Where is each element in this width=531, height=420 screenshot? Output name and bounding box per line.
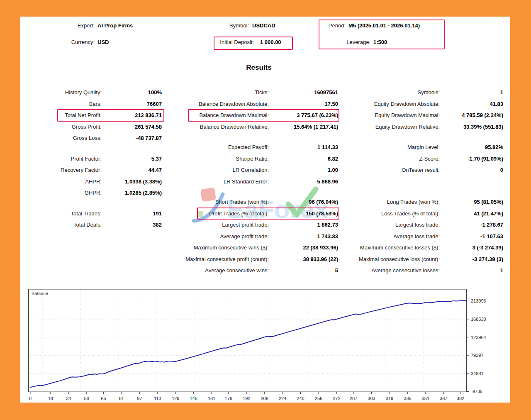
- x-axis-label: 224: [279, 396, 286, 401]
- stat-value: 212 836.71: [102, 112, 162, 118]
- stat-row: [344, 176, 503, 188]
- stat-label: Maximal consecutive profit (count):: [174, 256, 269, 262]
- x-axis-label: 272: [333, 396, 340, 401]
- x-axis-label: 65: [101, 396, 106, 401]
- stat-row: Profit Factor:5.37: [58, 153, 162, 165]
- stat-label: Equity Drawdown Absolute:: [344, 101, 440, 107]
- stat-row: Equity Drawdown Maximal:4 785.59 (2.24%): [344, 110, 503, 121]
- stat-row: Ticks:16097561: [174, 87, 338, 98]
- stat-label: Average loss trade:: [344, 233, 440, 239]
- stat-row: Average loss trade:-1 107.63: [344, 231, 503, 242]
- x-axis-label: 97: [137, 396, 142, 401]
- x-axis-label: 303: [368, 396, 375, 401]
- stat-value: 96 (76.04%): [269, 199, 338, 205]
- stat-row: Maximal consecutive loss (count):-3 274.…: [344, 254, 503, 265]
- x-axis-label: 0: [29, 396, 32, 401]
- stat-value: 1 114.33: [269, 144, 338, 150]
- stat-label: Average consecutive losses:: [344, 267, 440, 273]
- stat-value: 41 (21.47%): [440, 210, 503, 217]
- x-axis-label: 319: [386, 396, 393, 401]
- stats-column-right: Symbols:1Equity Drawdown Absolute:41.83E…: [344, 87, 503, 286]
- expert-value: AI Prop Firms: [97, 22, 133, 29]
- stat-label: Long Trades (won %):: [344, 199, 440, 205]
- stat-label: LR Correlation:: [174, 167, 269, 173]
- stat-value: 191: [102, 210, 162, 217]
- stat-value: 76607: [102, 101, 162, 107]
- stat-label: LR Standard Error:: [174, 178, 269, 185]
- leverage-value: 1:500: [373, 39, 387, 46]
- x-axis-label: 113: [154, 396, 161, 401]
- stat-label: Sharpe Ratio:: [174, 156, 269, 162]
- x-axis-label: 240: [297, 396, 304, 401]
- x-axis-label: 145: [190, 396, 197, 401]
- stat-row: AHPR:1.0338 (3.38%): [58, 176, 162, 188]
- stat-label: Profit Trades (% of total):: [174, 210, 269, 217]
- balance-chart: 2130961685301239647939734831-97350183450…: [28, 289, 509, 403]
- stat-row: Maximum consecutive wins ($):22 (38 933.…: [174, 242, 338, 254]
- stat-label: Margin Level:: [344, 144, 440, 150]
- stat-row: Sharpe Ratio:6.82: [174, 153, 338, 165]
- y-axis-label: 123964: [471, 335, 486, 340]
- stat-label: Balance Drawdown Maximal:: [174, 112, 269, 118]
- x-axis-label: 192: [243, 396, 250, 401]
- stat-label: Largest loss trade:: [344, 222, 440, 228]
- stat-value: -48 737.87: [102, 135, 162, 141]
- stat-value: 22 (38 933.96): [269, 244, 338, 251]
- stat-label: Total Trades:: [58, 210, 102, 217]
- y-axis-label: 168530: [471, 317, 486, 322]
- stat-value: -1 107.63: [440, 233, 503, 239]
- stat-row: Loss Trades (% of total):41 (21.47%): [344, 208, 503, 220]
- x-axis-label: 34: [66, 396, 71, 401]
- stat-row: Profit Trades (% of total):150 (78.53%): [174, 208, 338, 220]
- stat-value: 1.0285 (2.85%): [102, 190, 162, 196]
- stat-row: Balance Drawdown Absolute:17.50: [174, 98, 338, 110]
- stat-value: 100%: [102, 89, 162, 95]
- stat-row: Symbols:1: [344, 87, 503, 98]
- stat-label: Average profit trade:: [174, 233, 269, 239]
- stat-row: Gross Loss:-48 737.87: [58, 132, 162, 144]
- stat-label: Total Deals:: [58, 222, 102, 228]
- currency-label: Currency:: [53, 39, 95, 46]
- stat-row: Long Trades (won %):95 (81.05%): [344, 196, 503, 208]
- stat-label: Gross Loss:: [58, 135, 102, 141]
- stat-value: 0: [440, 167, 503, 173]
- symbol-value: USDCAD: [252, 22, 275, 29]
- x-axis-label: 176: [225, 396, 232, 401]
- stat-label: Equity Drawdown Relative:: [344, 124, 440, 130]
- stat-value: 95 (81.05%): [440, 199, 503, 205]
- stat-row: Total Deals:382: [58, 219, 162, 231]
- stat-label: GHPR:: [58, 190, 102, 196]
- stat-value: 382: [102, 222, 162, 228]
- stat-value: 5: [269, 267, 338, 273]
- stats-column-left: History Quality:100%Bars:76607Total Net …: [58, 87, 162, 240]
- stat-value: 33.39% (551.83): [440, 124, 503, 130]
- stat-row: Maximum consecutive losses ($):3 (-3 274…: [344, 242, 503, 254]
- x-axis-label: 208: [261, 396, 268, 401]
- stat-label: OnTester result:: [344, 167, 440, 173]
- stat-value: -1.70 (91.09%): [440, 156, 503, 162]
- stat-value: 3 775.67 (6.23%): [269, 112, 338, 118]
- balance-legend-label: Balance: [32, 291, 48, 296]
- y-axis-label: 34831: [471, 371, 484, 376]
- report-panel: Expert: AI Prop Firms Symbol: USDCAD Per…: [20, 17, 510, 403]
- stat-value: 4 785.59 (2.24%): [440, 112, 503, 118]
- x-axis-label: 81: [119, 396, 124, 401]
- stat-row: Total Net Profit:212 836.71: [58, 110, 162, 121]
- stat-value: 15.64% (1 217.41): [269, 124, 338, 130]
- balance-line: [30, 301, 467, 387]
- stat-label: Balance Drawdown Relative:: [174, 124, 269, 130]
- stat-row: Equity Drawdown Relative:33.39% (551.83): [344, 121, 503, 133]
- stat-label: Short Trades (won %):: [174, 199, 269, 205]
- x-axis-label: 367: [440, 396, 447, 401]
- stat-label: Total Net Profit:: [58, 112, 102, 118]
- expert-label: Expert:: [53, 22, 95, 29]
- stat-label: Ticks:: [174, 89, 269, 95]
- period-value: M5 (2025.01.01 - 2026.01.14): [348, 22, 420, 29]
- stat-value: 95.82%: [440, 144, 503, 150]
- stat-label: Maximum consecutive wins ($):: [174, 244, 269, 251]
- stat-value: 1.0338 (3.38%): [102, 178, 162, 185]
- stat-value: 17.50: [269, 101, 338, 107]
- stat-value: 1: [440, 89, 503, 95]
- stat-value: 38 933.96 (22): [269, 256, 338, 262]
- stat-label: Recovery Factor:: [58, 167, 102, 173]
